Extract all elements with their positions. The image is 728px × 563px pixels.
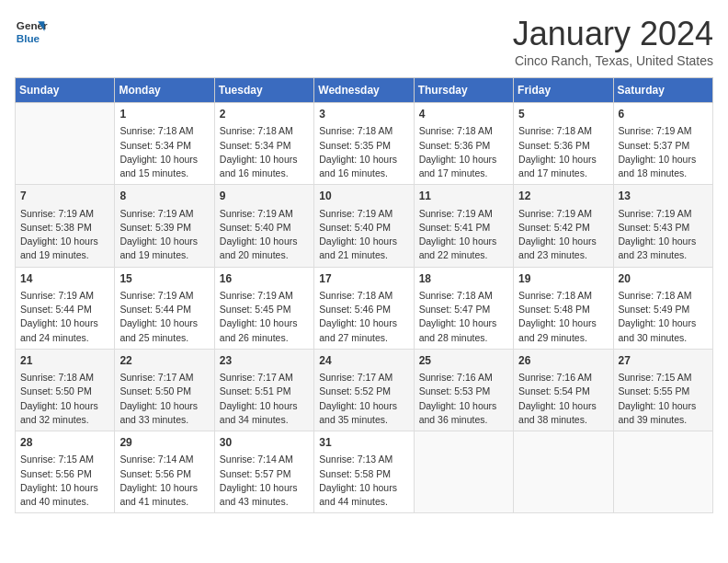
- day-info: Daylight: 10 hours: [518, 235, 608, 248]
- calendar-cell: 2Sunrise: 7:18 AMSunset: 5:34 PMDaylight…: [214, 103, 313, 185]
- calendar-cell: 26Sunrise: 7:16 AMSunset: 5:54 PMDayligh…: [514, 349, 613, 431]
- calendar-cell: 5Sunrise: 7:18 AMSunset: 5:36 PMDaylight…: [514, 103, 613, 185]
- day-info: Sunrise: 7:19 AM: [20, 207, 109, 221]
- calendar-cell: 10Sunrise: 7:19 AMSunset: 5:40 PMDayligh…: [314, 185, 414, 267]
- day-info: Sunset: 5:47 PM: [419, 303, 508, 316]
- day-number: 12: [518, 189, 608, 204]
- col-tuesday: Tuesday: [214, 78, 313, 103]
- day-info: Sunset: 5:54 PM: [518, 385, 608, 398]
- day-info: Sunrise: 7:19 AM: [619, 207, 708, 221]
- day-info: Sunset: 5:55 PM: [619, 385, 708, 398]
- day-info: Sunset: 5:38 PM: [20, 221, 109, 235]
- day-info: Sunset: 5:50 PM: [20, 385, 109, 398]
- day-info: and 27 minutes.: [319, 331, 408, 345]
- day-info: Daylight: 10 hours: [119, 153, 209, 167]
- day-info: Sunrise: 7:14 AM: [220, 453, 309, 466]
- day-info: and 23 minutes.: [619, 248, 708, 262]
- day-info: and 35 minutes.: [319, 413, 408, 427]
- day-info: Sunrise: 7:13 AM: [319, 453, 408, 466]
- day-number: 26: [518, 353, 608, 369]
- col-friday: Friday: [514, 78, 613, 103]
- day-number: 14: [20, 271, 109, 287]
- day-info: Daylight: 10 hours: [419, 235, 508, 248]
- day-info: Daylight: 10 hours: [518, 153, 608, 167]
- day-info: and 29 minutes.: [518, 331, 608, 345]
- day-info: Sunset: 5:58 PM: [319, 467, 408, 481]
- week-row-2: 14Sunrise: 7:19 AMSunset: 5:44 PMDayligh…: [16, 267, 713, 349]
- calendar-cell: [16, 103, 115, 185]
- day-info: Daylight: 10 hours: [319, 481, 408, 495]
- day-info: Sunset: 5:43 PM: [619, 221, 708, 235]
- day-info: Sunset: 5:34 PM: [220, 139, 309, 153]
- day-info: and 24 minutes.: [20, 331, 109, 345]
- day-info: and 19 minutes.: [20, 248, 109, 262]
- calendar-cell: 1Sunrise: 7:18 AMSunset: 5:34 PMDaylight…: [115, 103, 214, 185]
- day-info: Sunrise: 7:18 AM: [619, 289, 708, 303]
- day-info: and 23 minutes.: [518, 248, 608, 262]
- day-number: 31: [319, 435, 408, 451]
- calendar-cell: [414, 431, 513, 513]
- day-info: Sunrise: 7:16 AM: [518, 371, 608, 385]
- day-info: Sunrise: 7:19 AM: [20, 289, 109, 303]
- day-info: Daylight: 10 hours: [220, 316, 309, 330]
- calendar-cell: [514, 431, 613, 513]
- svg-text:Blue: Blue: [17, 32, 40, 44]
- day-number: 15: [119, 271, 209, 287]
- day-info: Sunrise: 7:18 AM: [220, 124, 309, 138]
- calendar-cell: 28Sunrise: 7:15 AMSunset: 5:56 PMDayligh…: [16, 431, 115, 513]
- day-info: Daylight: 10 hours: [220, 481, 309, 495]
- day-info: and 41 minutes.: [119, 495, 209, 509]
- day-info: Sunset: 5:44 PM: [119, 303, 209, 316]
- day-info: Daylight: 10 hours: [619, 153, 708, 167]
- day-info: Sunrise: 7:19 AM: [119, 207, 209, 221]
- calendar-cell: 31Sunrise: 7:13 AMSunset: 5:58 PMDayligh…: [314, 431, 414, 513]
- day-info: Sunset: 5:36 PM: [419, 139, 508, 153]
- day-info: and 36 minutes.: [419, 413, 508, 427]
- day-info: Daylight: 10 hours: [119, 481, 209, 495]
- day-number: 6: [619, 107, 708, 122]
- calendar-cell: 15Sunrise: 7:19 AMSunset: 5:44 PMDayligh…: [115, 267, 214, 349]
- day-info: Sunset: 5:35 PM: [319, 139, 408, 153]
- day-info: Sunrise: 7:19 AM: [119, 289, 209, 303]
- day-info: Daylight: 10 hours: [319, 316, 408, 330]
- day-info: Sunrise: 7:18 AM: [20, 371, 109, 385]
- calendar-cell: 21Sunrise: 7:18 AMSunset: 5:50 PMDayligh…: [16, 349, 115, 431]
- day-info: and 16 minutes.: [319, 167, 408, 180]
- day-info: Sunrise: 7:17 AM: [220, 371, 309, 385]
- calendar-cell: 16Sunrise: 7:19 AMSunset: 5:45 PMDayligh…: [214, 267, 313, 349]
- calendar-cell: 25Sunrise: 7:16 AMSunset: 5:53 PMDayligh…: [414, 349, 513, 431]
- day-number: 18: [419, 271, 508, 287]
- day-info: and 17 minutes.: [419, 167, 508, 180]
- day-info: Sunset: 5:37 PM: [619, 139, 708, 153]
- day-info: Sunset: 5:56 PM: [20, 467, 109, 481]
- logo-icon: General Blue: [15, 15, 48, 48]
- day-info: and 40 minutes.: [20, 495, 109, 509]
- header-row: Sunday Monday Tuesday Wednesday Thursday…: [16, 78, 713, 103]
- day-info: and 19 minutes.: [119, 248, 209, 262]
- day-info: Sunset: 5:46 PM: [319, 303, 408, 316]
- week-row-3: 21Sunrise: 7:18 AMSunset: 5:50 PMDayligh…: [16, 349, 713, 431]
- day-info: Sunrise: 7:19 AM: [319, 207, 408, 221]
- week-row-4: 28Sunrise: 7:15 AMSunset: 5:56 PMDayligh…: [16, 431, 713, 513]
- day-number: 7: [20, 189, 109, 204]
- day-info: Daylight: 10 hours: [319, 153, 408, 167]
- day-info: and 30 minutes.: [619, 331, 708, 345]
- day-info: and 25 minutes.: [119, 331, 209, 345]
- day-info: Sunrise: 7:19 AM: [619, 124, 708, 138]
- day-number: 13: [619, 189, 708, 204]
- day-info: Sunset: 5:51 PM: [220, 385, 309, 398]
- calendar-cell: 4Sunrise: 7:18 AMSunset: 5:36 PMDaylight…: [414, 103, 513, 185]
- day-number: 9: [220, 189, 309, 204]
- day-info: Sunset: 5:42 PM: [518, 221, 608, 235]
- calendar-cell: 23Sunrise: 7:17 AMSunset: 5:51 PMDayligh…: [214, 349, 313, 431]
- col-sunday: Sunday: [16, 78, 115, 103]
- day-info: Daylight: 10 hours: [119, 399, 209, 413]
- day-info: Daylight: 10 hours: [419, 153, 508, 167]
- day-number: 4: [419, 107, 508, 122]
- col-saturday: Saturday: [613, 78, 712, 103]
- day-info: Daylight: 10 hours: [220, 153, 309, 167]
- calendar-title: January 2024: [513, 15, 713, 53]
- day-info: Daylight: 10 hours: [619, 235, 708, 248]
- day-info: Sunrise: 7:18 AM: [518, 124, 608, 138]
- day-info: Sunset: 5:36 PM: [518, 139, 608, 153]
